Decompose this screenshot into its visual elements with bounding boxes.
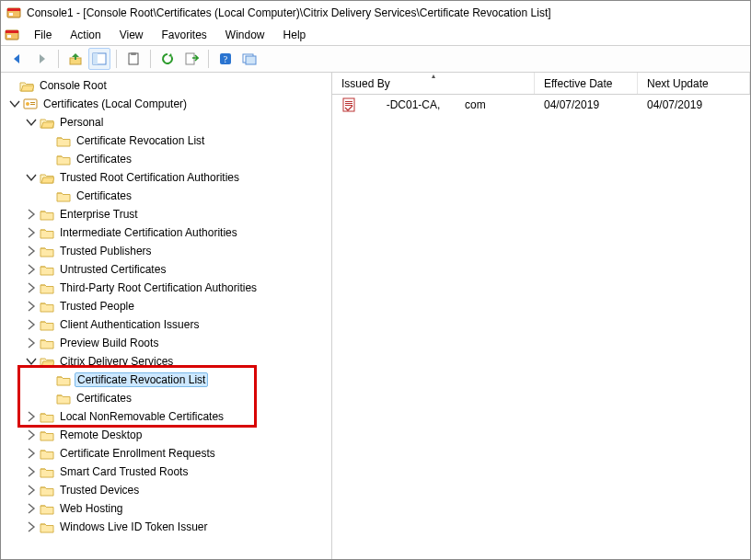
tree-cert-enroll-req[interactable]: Certificate Enrollment Requests	[5, 444, 331, 463]
tree-remote-desktop[interactable]: Remote Desktop	[5, 426, 331, 444]
tree-third-party-root[interactable]: Third-Party Root Certification Authoriti…	[5, 279, 331, 297]
tree-label: Certificate Enrollment Requests	[58, 447, 217, 460]
expander-right-icon[interactable]	[25, 245, 38, 257]
folder-icon	[56, 189, 71, 202]
svg-text:?: ?	[224, 54, 228, 64]
menu-window[interactable]: Window	[216, 27, 274, 43]
col-effective-date[interactable]: Effective Date	[535, 73, 638, 94]
crl-icon	[341, 97, 356, 112]
tree-label: Personal	[58, 116, 105, 129]
mmc-doc-icon	[5, 28, 19, 42]
tree-label: Certificates	[75, 392, 133, 405]
expander-right-icon[interactable]	[25, 263, 38, 276]
show-hide-tree-button[interactable]	[88, 48, 110, 70]
list-pane[interactable]: Issued By ▴ Effective Date Next Update -…	[332, 73, 750, 560]
sort-asc-icon: ▴	[432, 73, 435, 80]
svg-rect-1	[7, 8, 20, 11]
folder-icon	[40, 116, 54, 129]
expander-right-icon[interactable]	[25, 300, 38, 313]
tree-pane[interactable]: Console Root Certificates (Local Compute…	[1, 73, 332, 560]
back-button[interactable]	[6, 48, 29, 70]
col-next-update[interactable]: Next Update	[638, 73, 750, 94]
tree-trusted-root-ca[interactable]: Trusted Root Certification Authorities	[5, 168, 331, 187]
list-row[interactable]: -DC01-CA, com 04/07/2019 04/07/2019	[332, 95, 750, 115]
expander-right-icon[interactable]	[25, 447, 38, 460]
svg-rect-10	[131, 52, 136, 55]
tree-trusted-devices[interactable]: Trusted Devices	[5, 481, 331, 499]
menu-action[interactable]: Action	[61, 27, 110, 43]
new-window-button[interactable]	[238, 48, 260, 70]
tree-personal-certs[interactable]: Certificates	[5, 150, 331, 168]
forward-button[interactable]	[30, 48, 52, 70]
folder-icon	[40, 263, 54, 276]
tree-preview-build-roots[interactable]: Preview Build Roots	[5, 334, 331, 352]
menu-help[interactable]: Help	[274, 27, 316, 43]
expander-down-icon[interactable]	[25, 116, 38, 129]
tree-label: Trusted Publishers	[58, 245, 154, 257]
expander-right-icon[interactable]	[25, 281, 38, 294]
window-title: Console1 - [Console Root\Certificates (L…	[27, 6, 551, 19]
menu-favorites[interactable]: Favorites	[153, 27, 216, 43]
tree-trusted-publishers[interactable]: Trusted Publishers	[5, 242, 331, 260]
tree-label: Console Root	[38, 79, 109, 92]
tree-trusted-people[interactable]: Trusted People	[5, 297, 331, 315]
expander-right-icon[interactable]	[25, 520, 38, 533]
tree-citrix-delivery-services[interactable]: Citrix Delivery Services	[5, 352, 331, 371]
expander-right-icon[interactable]	[25, 502, 38, 515]
expander-down-icon[interactable]	[25, 171, 38, 184]
menu-view[interactable]: View	[110, 27, 153, 43]
folder-icon	[40, 337, 54, 349]
expander-right-icon[interactable]	[25, 226, 38, 239]
tree-root[interactable]: Console Root	[5, 76, 331, 95]
expander-right-icon[interactable]	[25, 484, 38, 497]
tree-local-nonremovable[interactable]: Local NonRemovable Certificates	[5, 407, 331, 426]
tree-label: Local NonRemovable Certificates	[58, 410, 225, 423]
clipboard-button[interactable]	[122, 48, 144, 70]
tree-label: Trusted Root Certification Authorities	[58, 171, 241, 184]
folder-icon	[40, 447, 54, 460]
tree-cds-crl[interactable]: Certificate Revocation List	[5, 371, 331, 389]
expander-right-icon[interactable]	[25, 318, 38, 331]
expander-right-icon[interactable]	[25, 465, 38, 478]
menu-file[interactable]: File	[25, 27, 61, 43]
expander-right-icon[interactable]	[25, 410, 38, 423]
tree-untrusted[interactable]: Untrusted Certificates	[5, 260, 331, 279]
tree-label: Intermediate Certification Authorities	[58, 226, 239, 239]
col-label: Effective Date	[544, 77, 612, 90]
up-button[interactable]	[64, 48, 87, 70]
tree-certificates-local[interactable]: Certificates (Local Computer)	[5, 95, 331, 113]
tree-label: Third-Party Root Certification Authoriti…	[58, 281, 259, 294]
col-issued-by[interactable]: Issued By ▴	[332, 73, 535, 94]
toolbar: ?	[1, 45, 750, 73]
tree-label: Trusted People	[58, 300, 136, 313]
tree-client-auth-issuers[interactable]: Client Authentication Issuers	[5, 315, 331, 334]
toolbar-separator	[208, 50, 209, 68]
main-split: Console Root Certificates (Local Compute…	[1, 73, 750, 560]
tree-cds-certs[interactable]: Certificates	[5, 389, 331, 407]
expander-right-icon[interactable]	[25, 208, 38, 221]
svg-rect-8	[93, 53, 98, 64]
folder-icon	[40, 208, 54, 221]
tree-smart-card-trusted-roots[interactable]: Smart Card Trusted Roots	[5, 463, 331, 481]
refresh-button[interactable]	[156, 48, 179, 70]
tree-personal-crl[interactable]: Certificate Revocation List	[5, 131, 331, 150]
folder-icon	[56, 153, 71, 166]
tree-enterprise-trust[interactable]: Enterprise Trust	[5, 205, 331, 223]
console-root-icon	[19, 79, 34, 92]
tree-windows-live-id[interactable]: Windows Live ID Token Issuer	[5, 518, 331, 536]
help-button[interactable]: ?	[214, 48, 237, 70]
expander-right-icon[interactable]	[25, 429, 38, 441]
expander-right-icon[interactable]	[25, 337, 38, 349]
tree-label: Web Hosting	[58, 502, 124, 515]
folder-icon	[40, 410, 54, 423]
expander-down-icon[interactable]	[25, 355, 38, 368]
tree-trusted-root-ca-certs[interactable]: Certificates	[5, 187, 331, 205]
tree-intermediate-ca[interactable]: Intermediate Certification Authorities	[5, 223, 331, 242]
tree-personal[interactable]: Personal	[5, 113, 331, 131]
svg-rect-11	[186, 53, 194, 64]
expander-down-icon[interactable]	[8, 97, 21, 110]
folder-icon	[56, 134, 71, 147]
tree-web-hosting[interactable]: Web Hosting	[5, 499, 331, 518]
export-list-button[interactable]	[180, 48, 202, 70]
folder-icon	[40, 245, 54, 257]
